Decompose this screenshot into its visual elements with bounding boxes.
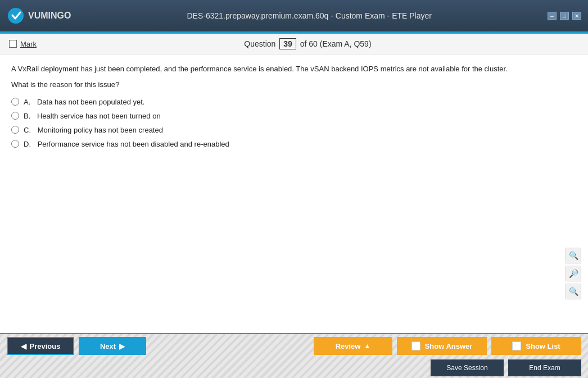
option-d-label: D. [24,140,33,148]
radio-c[interactable] [11,126,19,134]
search-icon-button[interactable]: 🔍 [566,248,581,263]
title-bar: VUMINGO DES-6321.prepaway.premium.exam.6… [0,0,588,31]
show-answer-label: Show Answer [425,342,473,350]
question-of-text: of 60 (Exam A, Q59) [300,39,372,48]
radio-b[interactable] [11,112,19,120]
option-c[interactable]: C. Monitoring policy has not been create… [11,126,577,134]
radio-d[interactable] [11,140,19,148]
previous-label: Previous [30,342,61,350]
review-label: Review [336,342,361,350]
question-body: A VxRail deployment has just been comple… [0,54,588,333]
minimize-button[interactable]: – [548,12,557,20]
end-exam-label: End Exam [529,364,560,372]
brand-name: VUMINGO [28,11,71,21]
mark-area: Mark [9,40,37,48]
show-answer-button[interactable]: Show Answer [397,337,487,355]
option-b-text: Health service has not been turned on [37,112,161,120]
next-arrow-icon: ▶ [119,342,125,350]
close-button[interactable]: ✕ [572,12,581,20]
logo-area: VUMINGO [7,7,71,25]
toolbar-row-nav: ◀ Previous Next ▶ Review ▲ Show Answer S… [0,334,588,358]
option-d-text: Performance service has not been disable… [38,140,229,148]
option-c-text: Monitoring policy has not been created [38,126,163,134]
maximize-button[interactable]: □ [560,12,569,20]
question-text: A VxRail deployment has just been comple… [11,63,577,75]
previous-button[interactable]: ◀ Previous [7,337,74,355]
answer-options: A. Data has not been populated yet. B. H… [11,98,577,148]
end-exam-button[interactable]: End Exam [508,359,581,376]
toolbar-row-session: Save Session End Exam [0,358,588,378]
show-answer-square-icon [411,341,420,350]
next-label: Next [100,342,116,350]
bottom-toolbar: ◀ Previous Next ▶ Review ▲ Show Answer S… [0,333,588,378]
vumingo-logo [7,7,25,25]
option-c-label: C. [24,126,33,134]
main-content: Mark Question 39 of 60 (Exam A, Q59) A V… [0,34,588,333]
question-number-badge: 39 [279,38,296,49]
save-session-button[interactable]: Save Session [431,359,504,376]
show-list-square-icon [512,341,521,350]
window-controls: – □ ✕ [548,12,581,20]
mark-checkbox[interactable] [9,40,17,48]
question-number-area: Question 39 of 60 (Exam A, Q59) [37,38,579,49]
option-b[interactable]: B. Health service has not been turned on [11,112,577,120]
show-list-label: Show List [526,342,560,350]
window-title: DES-6321.prepaway.premium.exam.60q - Cus… [71,11,548,20]
next-button[interactable]: Next ▶ [79,337,146,355]
option-a[interactable]: A. Data has not been populated yet. [11,98,577,106]
question-label: Question [244,39,275,48]
option-a-label: A. [24,98,33,106]
save-session-label: Save Session [446,364,487,372]
zoom-out-icon-button[interactable]: 🔍 [566,284,581,299]
show-list-button[interactable]: Show List [491,337,581,355]
question-sub-text: What is the reason for this issue? [11,80,577,89]
svg-point-0 [8,8,24,24]
option-b-label: B. [24,112,33,120]
option-a-text: Data has not been populated yet. [37,98,145,106]
radio-a[interactable] [11,98,19,106]
option-d[interactable]: D. Performance service has not been disa… [11,140,577,148]
review-button[interactable]: Review ▲ [314,337,392,355]
review-arrow-icon: ▲ [364,342,370,350]
side-icons: 🔍 🔎 🔍 [566,248,581,299]
mark-label[interactable]: Mark [20,40,37,48]
prev-arrow-icon: ◀ [21,342,26,350]
question-header: Mark Question 39 of 60 (Exam A, Q59) [0,34,588,54]
zoom-in-icon-button[interactable]: 🔎 [566,266,581,281]
